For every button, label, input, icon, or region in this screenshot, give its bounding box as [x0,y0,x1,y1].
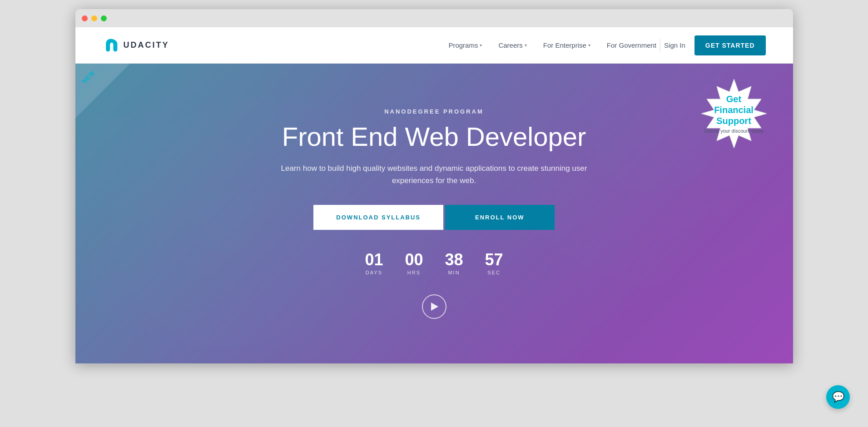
hero-description: Learn how to build high quality websites… [280,162,589,187]
program-label: NANODEGREE PROGRAM [384,108,484,115]
countdown-hrs: 00 HRS [405,252,423,276]
min-value: 38 [445,252,463,268]
chat-bubble[interactable]: 💬 [826,385,850,409]
countdown-timer: 01 DAYS 00 HRS 38 MIN 57 SEC [365,252,503,276]
play-video-button[interactable] [422,294,446,319]
nav-government[interactable]: For Government [607,41,656,49]
days-label: DAYS [366,270,382,275]
countdown-days: 01 DAYS [365,252,383,276]
financial-badge-subtitle: Unlock your discount today [704,128,764,134]
nav-careers[interactable]: Careers ▾ [498,41,526,49]
enroll-now-button[interactable]: ENROLL NOW [445,205,555,230]
hero-section: NEW GetFinancialSupport Unlock your disc… [75,64,793,363]
udacity-logo-icon [103,37,119,54]
cta-buttons: DOWNLOAD SYLLABUS ENROLL NOW [313,205,554,230]
sec-label: SEC [487,270,501,275]
chat-icon: 💬 [832,391,844,403]
minimize-button[interactable] [91,15,97,21]
chevron-down-icon: ▾ [525,43,527,48]
maximize-button[interactable] [101,15,107,21]
days-value: 01 [365,252,383,268]
nav-links: Programs ▾ Careers ▾ For Enterprise ▾ [448,41,656,49]
nav-divider [660,39,660,52]
financial-badge-title: GetFinancialSupport [704,94,764,126]
nav-programs[interactable]: Programs ▾ [448,41,482,49]
sec-value: 57 [485,252,503,268]
logo-text: UDACITY [124,40,169,50]
chevron-down-icon: ▾ [588,43,590,48]
hrs-value: 00 [405,252,423,268]
hero-title: Front End Web Developer [282,122,586,151]
download-syllabus-button[interactable]: DOWNLOAD SYLLABUS [313,205,443,230]
close-button[interactable] [82,15,88,21]
financial-badge[interactable]: GetFinancialSupport Unlock your discount… [698,77,770,150]
nav-enterprise[interactable]: For Enterprise ▾ [543,41,590,49]
hrs-label: HRS [407,270,421,275]
financial-badge-content: GetFinancialSupport Unlock your discount… [699,89,768,138]
chevron-down-icon: ▾ [480,43,482,48]
logo-link[interactable]: UDACITY [103,37,169,54]
min-label: MIN [448,270,460,275]
navbar: UDACITY Programs ▾ Careers ▾ [75,27,793,64]
countdown-min: 38 MIN [445,252,463,276]
countdown-sec: 57 SEC [485,252,503,276]
signin-link[interactable]: Sign In [664,41,685,49]
title-bar [75,9,793,27]
get-started-button[interactable]: GET STARTED [694,35,766,55]
play-icon [431,303,438,311]
